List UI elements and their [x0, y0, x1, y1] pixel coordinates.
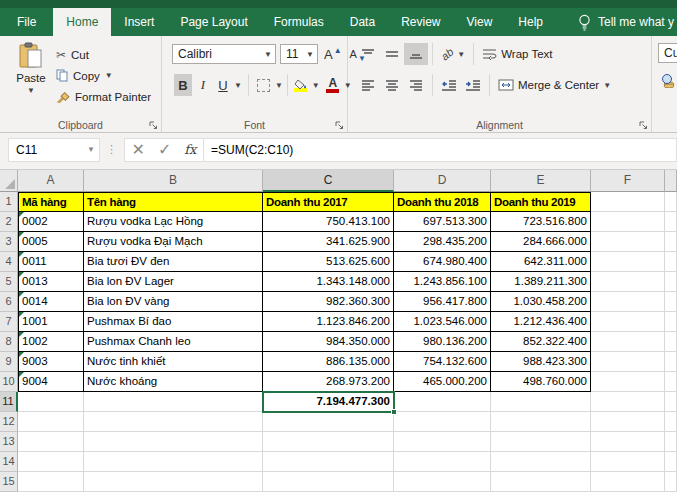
- column-header-F[interactable]: F: [591, 170, 665, 192]
- row-header-8[interactable]: 8: [0, 332, 18, 352]
- column-header-C[interactable]: C: [263, 170, 394, 192]
- cell-C3[interactable]: 341.625.900: [263, 232, 394, 252]
- copy-button[interactable]: Copy ▼: [56, 65, 151, 86]
- cell-G7[interactable]: [665, 312, 677, 332]
- cell-G14[interactable]: [665, 452, 677, 472]
- cell-D14[interactable]: [394, 452, 491, 472]
- cell-F15[interactable]: [591, 472, 665, 492]
- row-header-1[interactable]: 1: [0, 192, 18, 212]
- tab-formulas[interactable]: Formulas: [261, 8, 337, 36]
- cell-D13[interactable]: [394, 432, 491, 452]
- cell-B9[interactable]: Nước tinh khiết: [84, 352, 263, 372]
- cell-G4[interactable]: [665, 252, 677, 272]
- tab-help[interactable]: Help: [505, 8, 556, 36]
- cell-F5[interactable]: [591, 272, 665, 292]
- row-header-11[interactable]: 11: [0, 392, 18, 412]
- cell-G13[interactable]: [665, 432, 677, 452]
- cell-G5[interactable]: [665, 272, 677, 292]
- cell-A3[interactable]: 0005: [18, 232, 84, 252]
- cell-G3[interactable]: [665, 232, 677, 252]
- select-all-corner[interactable]: [0, 170, 18, 192]
- cell-D2[interactable]: 697.513.300: [394, 212, 491, 232]
- cell-E9[interactable]: 988.423.300: [491, 352, 591, 372]
- cell-C6[interactable]: 982.360.300: [263, 292, 394, 312]
- cell-C5[interactable]: 1.343.148.000: [263, 272, 394, 292]
- cell-D5[interactable]: 1.243.856.100: [394, 272, 491, 292]
- cell-A10[interactable]: 9004: [18, 372, 84, 392]
- font-color-button[interactable]: A: [324, 74, 342, 96]
- cell-D6[interactable]: 956.417.800: [394, 292, 491, 312]
- column-header-D[interactable]: D: [394, 170, 491, 192]
- font-dialog-launcher-icon[interactable]: [335, 121, 344, 130]
- tab-page-layout[interactable]: Page Layout: [167, 8, 260, 36]
- paste-button[interactable]: Paste ▼: [8, 42, 54, 114]
- cell-E4[interactable]: 642.311.000: [491, 252, 591, 272]
- cell-C9[interactable]: 886.135.000: [263, 352, 394, 372]
- cell-G2[interactable]: [665, 212, 677, 232]
- copy-dropdown-arrow[interactable]: ▼: [105, 71, 113, 80]
- cell-D15[interactable]: [394, 472, 491, 492]
- font-name-combo[interactable]: Calibri ▼: [172, 44, 276, 64]
- borders-button[interactable]: [255, 74, 273, 96]
- italic-button[interactable]: I: [194, 74, 212, 96]
- fill-handle[interactable]: [391, 409, 397, 415]
- cell-A11[interactable]: [18, 392, 84, 412]
- name-box[interactable]: C11 ▼: [8, 138, 100, 162]
- format-painter-button[interactable]: Format Painter: [56, 86, 151, 107]
- cell-C4[interactable]: 513.625.600: [263, 252, 394, 272]
- wrap-text-button[interactable]: Wrap Text: [478, 43, 556, 65]
- cell-D12[interactable]: [394, 412, 491, 432]
- cell-D9[interactable]: 754.132.600: [394, 352, 491, 372]
- row-header-4[interactable]: 4: [0, 252, 18, 272]
- cell-B15[interactable]: [84, 472, 263, 492]
- cell-A7[interactable]: 1001: [18, 312, 84, 332]
- fill-color-dropdown-arrow[interactable]: ▼: [312, 81, 320, 90]
- tell-me-search[interactable]: Tell me what y: [578, 8, 674, 36]
- cell-B6[interactable]: Bia lon ĐV vàng: [84, 292, 263, 312]
- number-format-combo[interactable]: Cu: [658, 43, 677, 63]
- cell-A8[interactable]: 1002: [18, 332, 84, 352]
- cell-B10[interactable]: Nước khoáng: [84, 372, 263, 392]
- cell-F1[interactable]: [591, 192, 665, 212]
- cell-F14[interactable]: [591, 452, 665, 472]
- cell-G8[interactable]: [665, 332, 677, 352]
- cell-A9[interactable]: 9003: [18, 352, 84, 372]
- underline-dropdown-arrow[interactable]: ▼: [234, 81, 242, 90]
- row-header-3[interactable]: 3: [0, 232, 18, 252]
- row-header-7[interactable]: 7: [0, 312, 18, 332]
- cut-button[interactable]: ✂ Cut: [56, 44, 151, 65]
- cell-A5[interactable]: 0013: [18, 272, 84, 292]
- cell-C1[interactable]: Doanh thu 2017: [263, 192, 394, 212]
- cell-B3[interactable]: Rượu vodka Đại Mạch: [84, 232, 263, 252]
- cell-F12[interactable]: [591, 412, 665, 432]
- tab-view[interactable]: View: [454, 8, 506, 36]
- cancel-button[interactable]: ✕: [132, 140, 145, 159]
- cell-F7[interactable]: [591, 312, 665, 332]
- cell-D10[interactable]: 465.000.200: [394, 372, 491, 392]
- row-header-9[interactable]: 9: [0, 352, 18, 372]
- formula-input[interactable]: =SUM(C2:C10): [204, 138, 677, 162]
- column-header-B[interactable]: B: [84, 170, 263, 192]
- column-header-A[interactable]: A: [18, 170, 84, 192]
- cell-C10[interactable]: 268.973.200: [263, 372, 394, 392]
- cell-B5[interactable]: Bia lon ĐV Lager: [84, 272, 263, 292]
- bottom-align-button[interactable]: [404, 43, 428, 65]
- cell-C15[interactable]: [263, 472, 394, 492]
- cell-B2[interactable]: Rượu vodka Lạc Hồng: [84, 212, 263, 232]
- middle-align-button[interactable]: [380, 43, 404, 65]
- cell-F3[interactable]: [591, 232, 665, 252]
- enter-button[interactable]: ✓: [158, 140, 171, 159]
- cell-A12[interactable]: [18, 412, 84, 432]
- tab-review[interactable]: Review: [388, 8, 453, 36]
- merge-center-button[interactable]: Merge & Center ▼: [494, 74, 615, 96]
- decrease-indent-button[interactable]: [437, 74, 461, 96]
- cell-E7[interactable]: 1.212.436.400: [491, 312, 591, 332]
- clipboard-dialog-launcher-icon[interactable]: [149, 121, 158, 130]
- cell-F2[interactable]: [591, 212, 665, 232]
- cell-F6[interactable]: [591, 292, 665, 312]
- bold-button[interactable]: B: [174, 74, 192, 96]
- cell-E11[interactable]: [491, 392, 591, 412]
- cell-A4[interactable]: 0011: [18, 252, 84, 272]
- cell-D4[interactable]: 674.980.400: [394, 252, 491, 272]
- cell-B1[interactable]: Tên hàng: [84, 192, 263, 212]
